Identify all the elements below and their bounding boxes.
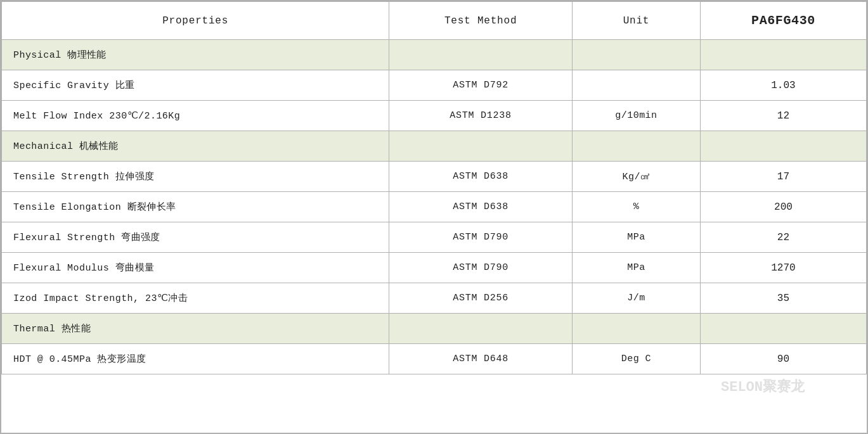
cell-properties: Thermal 热性能 [2, 314, 389, 344]
cell-properties: Tensile Elongation 断裂伸长率 [2, 192, 389, 222]
cell-unit: Kg/㎠ [572, 162, 700, 192]
cell-properties: Physical 物理性能 [2, 40, 389, 70]
category-row: Mechanical 机械性能 [2, 131, 867, 162]
cell-value: 90 [700, 344, 866, 374]
cell-value: 22 [700, 222, 866, 253]
cell-properties: HDT @ 0.45MPa 热变形温度 [2, 344, 389, 374]
cell-unit [572, 131, 700, 162]
cell-value: 200 [700, 192, 866, 222]
header-test-method: Test Method [389, 2, 573, 40]
cell-properties: Flexural Strength 弯曲强度 [2, 222, 389, 253]
cell-test-method: ASTM D256 [389, 283, 573, 314]
cell-value: 12 [700, 101, 866, 131]
cell-properties: Mechanical 机械性能 [2, 131, 389, 162]
cell-unit: g/10min [572, 101, 700, 131]
header-unit: Unit [572, 2, 700, 40]
cell-test-method [389, 314, 573, 344]
cell-unit: % [572, 192, 700, 222]
data-table-wrapper: Properties Test Method Unit PA6FG430 Phy… [0, 0, 868, 434]
table-body: Physical 物理性能Specific Gravity 比重ASTM D79… [2, 40, 867, 374]
category-row: Thermal 热性能 [2, 314, 867, 344]
table-row: Specific Gravity 比重ASTM D7921.03 [2, 70, 867, 101]
cell-test-method [389, 131, 573, 162]
table-row: Flexural Modulus 弯曲模量ASTM D790MPa1270 [2, 253, 867, 283]
table-row: Tensile Elongation 断裂伸长率ASTM D638%200 [2, 192, 867, 222]
cell-test-method [389, 40, 573, 70]
cell-test-method: ASTM D638 [389, 162, 573, 192]
cell-test-method: ASTM D648 [389, 344, 573, 374]
header-properties: Properties [2, 2, 389, 40]
header-product: PA6FG430 [700, 2, 866, 40]
cell-value: 1.03 [700, 70, 866, 101]
table-header-row: Properties Test Method Unit PA6FG430 [2, 2, 867, 40]
cell-test-method: ASTM D790 [389, 222, 573, 253]
cell-properties: Specific Gravity 比重 [2, 70, 389, 101]
cell-test-method: ASTM D1238 [389, 101, 573, 131]
cell-test-method: ASTM D790 [389, 253, 573, 283]
table-row: Flexural Strength 弯曲强度ASTM D790MPa22 [2, 222, 867, 253]
table-row: Melt Flow Index 230℃/2.16KgASTM D1238g/1… [2, 101, 867, 131]
cell-value [700, 314, 866, 344]
cell-value: 1270 [700, 253, 866, 283]
table-row: Izod Impact Strength, 23℃冲击ASTM D256J/m3… [2, 283, 867, 314]
cell-unit [572, 314, 700, 344]
cell-unit [572, 70, 700, 101]
cell-properties: Melt Flow Index 230℃/2.16Kg [2, 101, 389, 131]
cell-value: 17 [700, 162, 866, 192]
cell-unit: J/m [572, 283, 700, 314]
cell-unit [572, 40, 700, 70]
cell-value: 35 [700, 283, 866, 314]
cell-properties: Izod Impact Strength, 23℃冲击 [2, 283, 389, 314]
cell-value [700, 131, 866, 162]
cell-test-method: ASTM D638 [389, 192, 573, 222]
cell-value [700, 40, 866, 70]
cell-test-method: ASTM D792 [389, 70, 573, 101]
cell-properties: Tensile Strength 拉伸强度 [2, 162, 389, 192]
category-row: Physical 物理性能 [2, 40, 867, 70]
cell-unit: MPa [572, 253, 700, 283]
properties-table: Properties Test Method Unit PA6FG430 Phy… [1, 1, 867, 374]
table-row: HDT @ 0.45MPa 热变形温度ASTM D648Deg C90 [2, 344, 867, 374]
cell-unit: Deg C [572, 344, 700, 374]
cell-unit: MPa [572, 222, 700, 253]
cell-properties: Flexural Modulus 弯曲模量 [2, 253, 389, 283]
table-row: Tensile Strength 拉伸强度ASTM D638Kg/㎠17 [2, 162, 867, 192]
